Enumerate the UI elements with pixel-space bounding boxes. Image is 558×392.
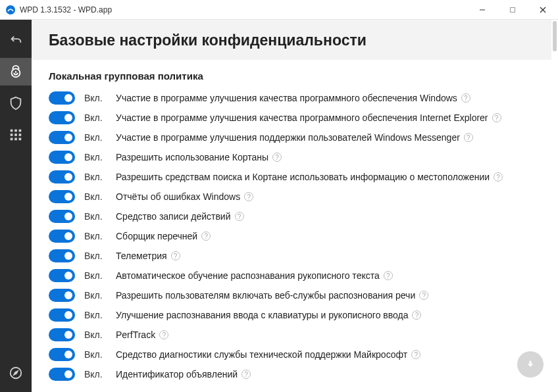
toggle-switch[interactable]: [49, 91, 75, 105]
setting-label-text: Отчёты об ошибках Windows: [116, 191, 240, 202]
setting-row: Вкл.Отчёты об ошибках Windows?: [49, 187, 550, 207]
help-icon[interactable]: ?: [159, 330, 168, 339]
setting-label-text: Разрешить использование Кортаны: [116, 152, 268, 162]
window-title: WPD 1.3.1532 - WPD.app: [20, 5, 467, 14]
setting-label-text: Разрешить средствам поиска и Кортане исп…: [116, 172, 490, 182]
setting-label: Участие в программе улучшения качества п…: [116, 112, 550, 123]
help-icon[interactable]: ?: [461, 93, 470, 103]
section-title: Локальная групповая политика: [32, 66, 558, 88]
help-icon[interactable]: ?: [235, 212, 244, 221]
setting-label: Улучшение распознавания ввода с клавиату…: [116, 310, 550, 320]
help-icon[interactable]: ?: [464, 133, 473, 142]
toggle-status-label: Вкл.: [84, 211, 107, 222]
help-icon[interactable]: ?: [241, 370, 251, 379]
toggle-switch[interactable]: [49, 289, 75, 302]
help-icon[interactable]: ?: [412, 310, 421, 320]
toggle-status-label: Вкл.: [84, 172, 107, 182]
help-icon[interactable]: ?: [492, 113, 501, 122]
minimize-button[interactable]: [467, 0, 497, 19]
toggle-switch[interactable]: [49, 308, 75, 322]
help-icon[interactable]: ?: [171, 251, 180, 260]
setting-label-text: Средство диагностики службы технической …: [116, 349, 407, 360]
svg-rect-11: [19, 134, 22, 136]
svg-point-0: [6, 5, 15, 14]
sidebar-apps-icon[interactable]: [0, 121, 32, 149]
setting-row: Вкл.Разрешить пользователям включать веб…: [49, 285, 550, 305]
sidebar-back-icon[interactable]: [0, 26, 32, 54]
sidebar-privacy-icon[interactable]: [0, 58, 32, 86]
toggle-status-label: Вкл.: [84, 369, 107, 380]
help-icon[interactable]: ?: [419, 291, 428, 300]
setting-label-text: Участие в программе улучшения качества п…: [116, 93, 457, 103]
setting-label: Автоматическое обучение распознавания ру…: [116, 270, 550, 281]
setting-row: Вкл.PerfTrack?: [49, 325, 550, 345]
toggle-status-label: Вкл.: [84, 152, 107, 162]
setting-label: Телеметрия?: [116, 251, 550, 261]
setting-label: Разрешить средствам поиска и Кортане исп…: [116, 172, 550, 182]
setting-label-text: Идентификатор объявлений: [116, 369, 238, 380]
app-icon: [5, 5, 16, 15]
setting-label: PerfTrack?: [116, 330, 550, 340]
toggle-status-label: Вкл.: [84, 112, 107, 123]
toggle-switch[interactable]: [49, 368, 75, 381]
svg-rect-14: [19, 138, 22, 141]
sidebar-compass-icon[interactable]: [0, 359, 32, 387]
setting-label: Средство записи действий?: [116, 211, 550, 222]
setting-row: Вкл.Разрешить использование Кортаны?: [49, 147, 550, 167]
toggle-switch[interactable]: [49, 230, 75, 243]
setting-row: Вкл.Участие в программе улучшения качест…: [49, 88, 550, 108]
setting-row: Вкл.Средство записи действий?: [49, 207, 550, 226]
help-icon[interactable]: ?: [384, 271, 393, 280]
toggle-switch[interactable]: [49, 131, 75, 144]
help-icon[interactable]: ?: [272, 153, 282, 162]
svg-rect-10: [14, 134, 17, 136]
setting-label-text: PerfTrack: [116, 330, 155, 340]
page-title: Базовые настройки конфиденциальности: [49, 32, 534, 49]
toggle-status-label: Вкл.: [84, 191, 107, 202]
scrollbar-thumb[interactable]: [553, 21, 557, 51]
content-area: Базовые настройки конфиденциальности Лок…: [32, 20, 558, 392]
toggle-status-label: Вкл.: [84, 349, 107, 360]
setting-row: Вкл.Автоматическое обучение распознавани…: [49, 266, 550, 285]
setting-row: Вкл.Сборщик перечней?: [49, 226, 550, 246]
scroll-down-button[interactable]: [517, 351, 544, 378]
help-icon[interactable]: ?: [411, 350, 420, 359]
svg-rect-2: [511, 7, 515, 12]
svg-rect-12: [11, 138, 13, 141]
setting-label-text: Разрешить пользователям включать веб-слу…: [116, 290, 415, 301]
toggle-switch[interactable]: [49, 249, 75, 262]
setting-row: Вкл.Участие в программе улучшения поддер…: [49, 128, 550, 147]
help-icon[interactable]: ?: [494, 172, 503, 182]
setting-label-text: Улучшение распознавания ввода с клавиату…: [116, 310, 408, 320]
help-icon[interactable]: ?: [201, 232, 211, 241]
toggle-switch[interactable]: [49, 210, 75, 223]
sidebar-shield-icon[interactable]: [0, 89, 32, 117]
setting-row: Вкл.Участие в программе улучшения качест…: [49, 108, 550, 128]
toggle-switch[interactable]: [49, 111, 75, 124]
toggle-status-label: Вкл.: [84, 270, 107, 281]
setting-label-text: Средство записи действий: [116, 211, 231, 222]
setting-label: Средство диагностики службы технической …: [116, 349, 550, 360]
titlebar: WPD 1.3.1532 - WPD.app: [0, 0, 558, 20]
help-icon[interactable]: ?: [244, 192, 253, 201]
setting-row: Вкл.Средство диагностики службы техничес…: [49, 345, 550, 364]
sidebar: [0, 20, 32, 392]
toggle-status-label: Вкл.: [84, 310, 107, 320]
toggle-switch[interactable]: [49, 190, 75, 203]
toggle-status-label: Вкл.: [84, 330, 107, 340]
svg-rect-13: [14, 138, 17, 141]
svg-rect-9: [11, 134, 13, 136]
maximize-button[interactable]: [497, 0, 528, 19]
setting-label: Разрешить пользователям включать веб-слу…: [116, 290, 550, 301]
svg-rect-6: [11, 130, 13, 132]
toggle-switch[interactable]: [49, 170, 75, 184]
setting-label: Отчёты об ошибках Windows?: [116, 191, 550, 202]
toggle-switch[interactable]: [49, 348, 75, 361]
setting-label-text: Участие в программе улучшения качества п…: [116, 112, 488, 123]
svg-rect-7: [14, 130, 17, 132]
close-button[interactable]: [528, 0, 558, 19]
toggle-switch[interactable]: [49, 151, 75, 164]
toggle-switch[interactable]: [49, 269, 75, 282]
toggle-status-label: Вкл.: [84, 231, 107, 241]
toggle-switch[interactable]: [49, 328, 75, 341]
